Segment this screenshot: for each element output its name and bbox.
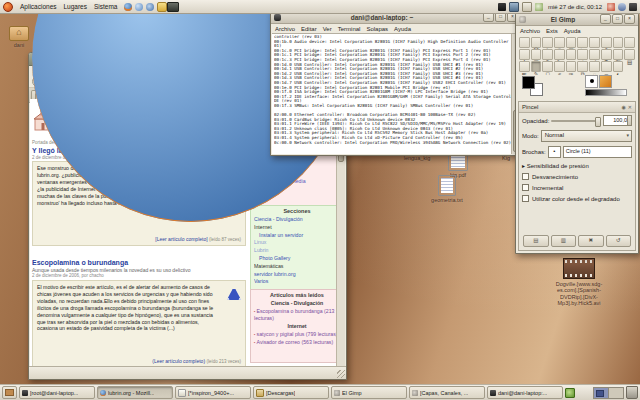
opacity-spinbox[interactable]: 100,0 — [603, 115, 632, 126]
taskbar-item[interactable]: dani@dani-laptop:... — [487, 386, 563, 399]
section-link[interactable]: Instalar un servidor — [254, 232, 340, 240]
volume-icon[interactable] — [607, 3, 615, 11]
taskbar-item[interactable]: [Descargas] — [253, 386, 329, 399]
option-checkbox[interactable]: Incremental — [519, 182, 635, 193]
save-options-button[interactable]: ▤ — [523, 235, 549, 247]
read-more-link[interactable]: (Leer artículo completo) — [152, 358, 205, 364]
restore-options-button[interactable]: ▥ — [551, 235, 577, 247]
paintbrush-tool[interactable]: ✎ — [531, 61, 542, 72]
show-desktop-button[interactable] — [2, 386, 17, 399]
taskbar-item[interactable]: El Gimp — [331, 386, 407, 399]
workspace-switcher[interactable] — [593, 387, 624, 399]
clock[interactable]: mié 27 de dic, 00:12 — [546, 4, 604, 10]
menu-item[interactable]: Exts — [546, 28, 558, 34]
option-checkbox[interactable]: Desvanecimiento — [519, 171, 635, 182]
top-article-link[interactable]: Ciencia - Divulgación — [254, 300, 340, 307]
mode-dropdown[interactable]: Normal — [541, 130, 632, 142]
select-by-color-tool[interactable]: ▧ — [566, 37, 577, 48]
menu-item[interactable]: Archivo — [520, 28, 540, 34]
section-link[interactable]: Photo Gallery — [254, 255, 340, 263]
section-link[interactable]: Matemáticas — [254, 263, 340, 271]
section-link[interactable]: Ciencia - Divulgación — [254, 216, 340, 224]
workspace-1[interactable] — [594, 388, 608, 398]
section-link[interactable]: Internet — [254, 224, 340, 232]
menu-item[interactable]: Terminal — [338, 26, 361, 32]
gimp-titlebar[interactable]: El Gimp _ □ × — [516, 13, 638, 26]
article-title[interactable]: Escopolamina o burundanga — [32, 259, 128, 266]
globe-launcher-icon[interactable] — [146, 3, 154, 11]
firefox-launcher-icon[interactable] — [124, 3, 132, 11]
free-select-tool[interactable]: ∿ — [542, 37, 553, 48]
flip-tool[interactable]: ⇄ — [589, 49, 600, 60]
panel-menu[interactable]: Lugares — [64, 3, 88, 10]
pressure-expander[interactable]: ▸ Sensibilidad de presión — [519, 160, 635, 171]
perspective-tool[interactable]: ◇ — [577, 49, 588, 60]
eraser-tool[interactable]: ◻ — [542, 61, 553, 72]
help-launcher-icon[interactable] — [135, 3, 143, 11]
delete-options-button[interactable]: ✖ — [578, 235, 604, 247]
taskbar-item[interactable]: [root@dani-laptop... — [19, 386, 95, 399]
scale-tool[interactable]: ⤡ — [554, 49, 565, 60]
workspace-2[interactable] — [608, 388, 623, 398]
section-link[interactable]: Linux — [254, 239, 340, 247]
panel-menu[interactable]: Aplicaciones — [20, 3, 57, 10]
smudge-tool[interactable]: ∽ — [601, 61, 612, 72]
measure-tool[interactable]: ↔ — [624, 37, 635, 48]
top-article-link[interactable]: Escopolamina o burundanga (213 lecturas) — [254, 308, 340, 322]
menu-item[interactable]: Ver — [323, 26, 332, 32]
pattern-indicator[interactable] — [599, 75, 612, 88]
brush-indicator[interactable] — [585, 75, 598, 88]
minimize-button[interactable]: _ — [600, 14, 611, 24]
read-more-link[interactable]: [Leer artículo completo] — [155, 236, 207, 242]
reset-options-button[interactable]: ↺ — [606, 235, 632, 247]
ellipse-select-tool[interactable]: ◯ — [531, 37, 542, 48]
desktop-icon-dogville-avi[interactable]: Dogville.[www.sdg-es.com].[Spanish-DVDRi… — [547, 258, 611, 307]
close-button[interactable]: × — [624, 14, 635, 24]
update-tray-icon[interactable] — [535, 3, 543, 11]
color-picker-tool[interactable]: ⊙ — [601, 37, 612, 48]
desktop-icon-geometria-txt[interactable]: geometria.txt — [424, 175, 470, 203]
display-tray-icon[interactable] — [498, 3, 506, 11]
text-tool[interactable]: T — [601, 49, 612, 60]
applet-icon[interactable] — [565, 388, 575, 398]
dock-menu-icon[interactable]: ◉ — [621, 104, 625, 110]
opacity-slider[interactable] — [551, 120, 601, 122]
brush-preview-button[interactable]: • — [548, 146, 561, 158]
notes-launcher-icon[interactable] — [157, 2, 167, 12]
brush-name[interactable]: Circle (11) — [563, 146, 632, 158]
option-checkbox[interactable]: Utilizar color desde el degradado — [519, 193, 635, 204]
resize-grip[interactable] — [337, 370, 345, 378]
dock-close-icon[interactable]: ✕ — [628, 104, 632, 110]
menu-item[interactable]: Ayuda — [564, 28, 581, 34]
foreground-color-swatch[interactable] — [522, 76, 535, 89]
terminal-body[interactable]: controller (rev 03)00:1b.0 Audio device:… — [272, 33, 520, 154]
section-link[interactable]: servidor lubrin.org — [254, 271, 340, 279]
taskbar-item[interactable]: lubrin.org - Mozill... — [97, 386, 173, 399]
section-link[interactable]: Varios — [254, 278, 340, 286]
trash-icon[interactable] — [626, 386, 638, 399]
panel-menu[interactable]: Sistema — [94, 3, 117, 10]
screen-applet-icon[interactable] — [167, 2, 179, 12]
fuzzy-select-tool[interactable]: ✳ — [554, 37, 565, 48]
taskbar-item[interactable]: [*inspiron_9400+... — [175, 386, 251, 399]
blend-tool[interactable]: ▤ — [624, 49, 635, 60]
bucket-fill-tool[interactable]: ◧ — [613, 49, 624, 60]
section-link[interactable]: Lubrin — [254, 247, 340, 255]
network-tray-icon[interactable] — [509, 2, 519, 12]
scissors-select-tool[interactable]: ✂ — [577, 37, 588, 48]
top-article-link[interactable]: Internet — [254, 323, 340, 330]
fg-bg-swatches[interactable] — [521, 76, 547, 94]
crop-tool[interactable]: ▦ — [531, 49, 542, 60]
top-article-link[interactable]: satycon y pigital plus (799 lecturas) — [254, 331, 340, 338]
convolve-tool[interactable]: ◌ — [589, 61, 600, 72]
zoom-tool[interactable]: ⌖ — [613, 37, 624, 48]
menu-item[interactable]: Editar — [301, 26, 317, 32]
distro-logo-icon[interactable] — [3, 2, 13, 12]
paths-tool[interactable]: ✒ — [589, 37, 600, 48]
ink-tool[interactable]: ✑ — [566, 61, 577, 72]
session-icon[interactable] — [618, 3, 626, 11]
rect-select-tool[interactable]: ▭ — [519, 37, 530, 48]
move-tool[interactable]: ✛ — [519, 49, 530, 60]
airbrush-tool[interactable]: ≈ — [554, 61, 565, 72]
menu-item[interactable]: Solapas — [366, 26, 388, 32]
